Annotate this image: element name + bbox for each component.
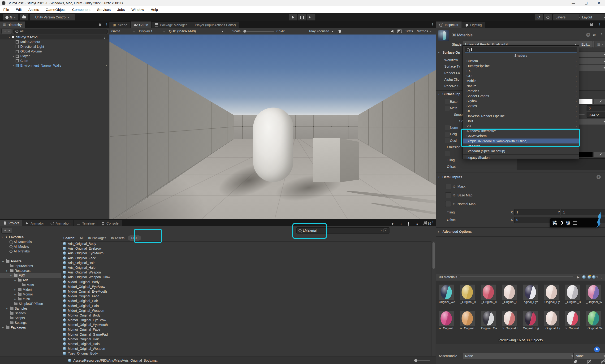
caret-icon[interactable] [5,269,9,272]
create-button[interactable]: ＋ [1,29,12,34]
material-list-item[interactable]: Aris_Original_Face [61,256,431,260]
packages-disabled-icon[interactable] [587,360,591,364]
inspector-menu-icon[interactable]: ⋮ [598,23,602,27]
surface-options-header[interactable]: ▾ Surface Op [437,51,460,54]
shader-option[interactable]: SimpleURPToonLitExample(With Outline) › [463,139,579,143]
ime-moon-icon[interactable] [560,221,563,224]
tab-hierarchy[interactable]: ☰ Hierarchy [0,22,25,28]
thumbnail-zoom-slider[interactable] [414,360,430,361]
inspector-tab[interactable]: Lighting [462,22,485,28]
debugger-disabled-icon[interactable] [573,360,578,364]
scrollbar-thumb[interactable] [433,242,435,269]
caret-down-icon[interactable]: ▾ [8,36,11,39]
surface-inputs-header[interactable]: ▾ Surface Inp [437,92,460,96]
shader-option[interactable]: VR › [463,123,579,128]
shader-option[interactable]: Unlit › [463,118,579,123]
material-list-item[interactable]: Momoi_Original_Halo [61,341,431,346]
folder-row[interactable]: Samples [0,306,61,311]
assetbundle-dropdown[interactable]: None [463,353,576,359]
view-tab[interactable]: Game [131,22,151,28]
caret-icon[interactable] [13,288,17,291]
menu-item[interactable]: Component [69,6,94,13]
project-menu-icon[interactable]: ⋮ [431,221,435,225]
results-scrollbar[interactable] [432,241,436,356]
gizmos-dropdown[interactable]: Gizmos [415,29,434,33]
clear-search-icon[interactable]: × [380,229,382,232]
ime-language-mode[interactable]: 英 [553,220,557,226]
texture-slot[interactable] [445,201,451,207]
preview-tile[interactable]: i_Original_H [481,285,497,304]
preview-tile[interactable]: Original_We [439,285,455,304]
undo-history-button[interactable]: ↺ [535,14,543,21]
cloud-button[interactable] [20,14,28,21]
shader-option[interactable]: Autodesk Interactive › [463,129,579,133]
hierarchy-menu-icon[interactable]: ⋮ [105,23,108,27]
ok-status-icon[interactable]: ✓ [600,360,605,364]
material-list-item[interactable]: Midori_Original_Hair [61,299,431,303]
menu-item[interactable]: GameObject [42,6,69,13]
filter-type-icon[interactable]: ▼ [390,222,395,226]
shader-option[interactable]: Particles › [463,88,579,93]
maximize-button[interactable]: ▢ [581,0,591,6]
menu-item[interactable]: Assets [25,6,42,13]
folder-row[interactable]: Packages [0,325,61,330]
favorite-item[interactable]: All Prefabs [0,249,61,254]
folder-row[interactable]: Mats [0,283,61,287]
warning-filter-icon[interactable]: ❕ [407,222,411,226]
zoom-slider-knob[interactable] [414,359,417,362]
stats-button[interactable]: Stats [406,29,413,33]
play-focused-dropdown[interactable]: Play Focused [307,29,335,33]
preview-tile[interactable]: oi_Original_F [502,311,518,330]
object-picker-icon[interactable]: ⊙ [453,202,456,206]
header-menu-icon[interactable]: ⋮ [600,33,603,37]
material-list-item[interactable]: Aris_Original_Eyebrow [61,246,431,251]
shader-option[interactable]: Sprites › [463,104,579,108]
shader-option[interactable]: Skybox › [463,99,579,104]
assetbundle-variant-dropdown[interactable]: None [573,353,605,359]
caret-icon[interactable] [13,293,17,296]
material-list-item[interactable]: Midori_Original_EyeMouth [61,289,431,294]
game-mode-dropdown[interactable]: Game [109,29,137,33]
hidden-count[interactable]: 19 [423,222,431,225]
caret-icon[interactable] [13,279,17,282]
shader-option[interactable]: CMWaveform › [463,133,579,139]
step-button[interactable] [307,14,316,21]
material-list-item[interactable]: Aris_Original_Hair [61,260,431,265]
resolution-dropdown[interactable]: QHD (2560x1440) [167,29,225,33]
preview-tile[interactable]: Original_Ey [544,285,560,304]
material-list-item[interactable]: Aris_Original_Halo [61,265,431,270]
keyboard-icon[interactable] [397,29,402,33]
shader-option[interactable]: Standard (Specular setup) › [463,148,579,153]
preview-menu-icon[interactable]: ⋮ [600,275,603,279]
version-control-button[interactable]: Unity Version Control [30,14,75,21]
material-list-item[interactable]: Momoi_Original_EyeMouth [61,322,431,327]
favorites-row[interactable]: ▾ ★ Favorites [0,235,61,239]
folder-row[interactable]: Yuzu [0,297,61,301]
menu-item[interactable]: Edit [12,6,25,13]
material-list-item[interactable]: Aris_Original_Body [61,241,431,246]
preview-tile[interactable]: _Original_F [502,285,518,304]
emission-eyedropper-button[interactable] [594,152,605,157]
minimize-button[interactable]: — [568,0,579,6]
material-list-item[interactable]: Momoi_Original_Hair [61,337,431,341]
hierarchy-item[interactable]: Global Volume [0,49,109,54]
caret-icon[interactable] [1,326,5,329]
game-viewport[interactable] [109,35,436,219]
bottom-tab[interactable]: Project [0,220,22,226]
preview-tile[interactable]: Original_Ey( [523,311,539,330]
assetbundle-tag-icon[interactable] [594,347,600,352]
preview-tile[interactable]: i_Original_H [460,285,476,304]
shader-option[interactable]: Standard › [463,143,579,148]
caret-icon[interactable] [5,307,9,310]
help-icon[interactable]: ? [586,33,590,37]
scene-menu-icon[interactable]: ⋮ [103,35,106,39]
pause-button[interactable] [298,14,307,21]
mute-audio-icon[interactable] [391,30,394,33]
close-button[interactable]: ✕ [594,0,604,6]
preview-sphere-icon[interactable] [582,275,586,279]
lock-icon[interactable] [590,23,593,27]
project-create-button[interactable]: ＋ [1,228,12,234]
scope-all[interactable]: All [77,236,86,240]
shader-edit-button[interactable]: Edit... [577,41,595,48]
preview-tile[interactable]: oi_Original_ [460,311,476,330]
